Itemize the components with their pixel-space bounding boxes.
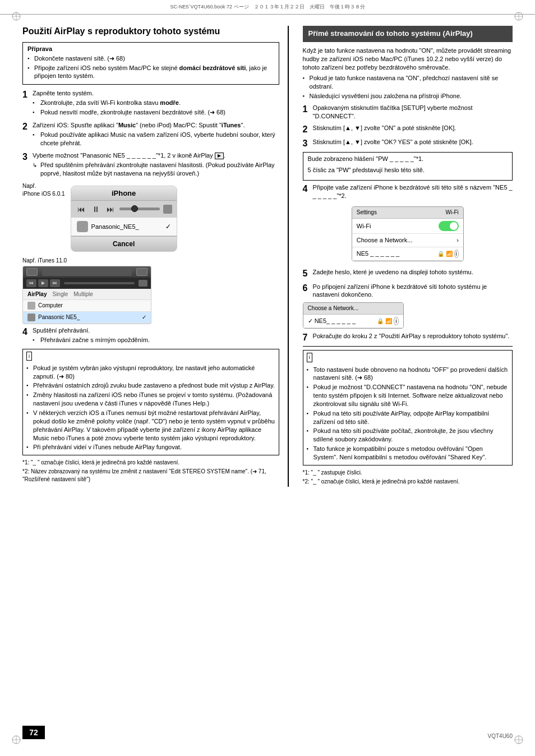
itunes-tb-2 — [136, 268, 147, 276]
step2-num: 2 — [22, 121, 33, 149]
right-step3-body: Stisknutím [▲, ▼] zvolte "OK? YES" a pot… — [313, 138, 513, 149]
itunes-computer-row: Computer — [23, 300, 151, 312]
right-step3-text: Stisknutím [▲, ▼] zvolte "OK? YES" a pot… — [313, 138, 513, 146]
itunes-airplay-row: AirPlay Single Multiple — [23, 289, 151, 300]
step4-text: Spuštění přehrávání. — [33, 326, 279, 335]
pw-message: Bude zobrazeno hlášení "PW _ _ _ _ _"*1. — [308, 155, 508, 163]
step1-text: Zapněte tento systém. — [33, 89, 279, 98]
preparation-list: Dokončete nastavení sítě. (➜ 68) Připojt… — [27, 54, 274, 81]
itunes-prev: ⏮ — [26, 279, 36, 287]
right-step1-body: Opakovaným stisknutím tlačítka [SETUP] v… — [313, 104, 513, 121]
wifi-choose-row: Choose a Network... › — [352, 234, 463, 247]
page-number: 72 — [22, 726, 45, 739]
right-fn2: *2: "_ " označuje číslici, která je jedi… — [303, 478, 513, 486]
right-note-icon: i — [307, 353, 312, 362]
rnote-4: Pokud na této síti používáte počítač, zk… — [307, 427, 509, 444]
step3-wrapper: 3 Vyberte možnost "Panasonic NE5 _ _ _ _… — [22, 151, 279, 179]
wifi-box-2: Choose a Network... ✓ NE5_ _ _ _ _ _ 🔒 📶… — [303, 302, 404, 329]
step4-body: Spuštění přehrávání. Přehrávání začne s … — [33, 326, 279, 345]
step1-b2: Pokud nesvítí modře, zkontrolujte nastav… — [33, 108, 279, 117]
itunes-label: Např. iTunes 11.0 — [22, 257, 279, 264]
right-intro-bullets: Pokud je tato funkce nastavena na "ON", … — [303, 74, 513, 100]
wifi-signal-icon: 📶 — [446, 250, 453, 258]
step3-body: Vyberte možnost "Panasonic NE5 _ _ _ _ _… — [33, 151, 279, 179]
itunes-computer-icon — [27, 302, 35, 310]
right-column: Přímé streamování do tohoto systému (Air… — [300, 26, 513, 487]
prep-item-1: Dokončete nastavení sítě. (➜ 68) — [27, 54, 274, 63]
wifi-box-1: Settings Wi-Fi Wi-Fi Choose a Network...… — [352, 206, 464, 261]
corner-mark-tl — [11, 11, 21, 21]
iphone-player: ⏮ ⏸ ⏭ — [71, 201, 177, 218]
step2-body: Zařízení iOS: Spusťte aplikaci "Music" (… — [33, 121, 279, 149]
right-step5-wrapper: 5 Zadejte heslo, které je uvedeno na dis… — [303, 268, 513, 279]
iphone-cancel-btn: Cancel — [71, 236, 177, 251]
right-step7-text: Pokračujte do kroku 2 z "Použití AirPlay… — [313, 332, 513, 340]
itunes-prog — [64, 282, 135, 284]
step1-bullets: Zkontrolujte, zda svítí Wi-Fi kontrolka … — [33, 99, 279, 117]
right-note-list: Toto nastavení bude obnoveno na hodnotu … — [307, 366, 509, 462]
itunes-transport: ⏮ ▶ ⏭ — [23, 278, 151, 289]
header-bar: SC-NE5`VQT4U60.book 72 ページ ２０１３年１月２２日 火曜… — [0, 0, 535, 15]
left-title: Použití AirPlay s reproduktory tohoto sy… — [22, 26, 279, 38]
right-step5-text: Zadejte heslo, které je uvedeno na displ… — [313, 268, 513, 276]
right-step4-wrapper: 4 Připojte vaše zařízení iPhone k bezdrá… — [303, 183, 513, 200]
right-step7-body: Pokračujte do kroku 2 z "Použití AirPlay… — [313, 332, 513, 343]
right-step6-body: Po připojení zařízení iPhone k bezdrátov… — [313, 283, 513, 299]
left-column: Použití AirPlay s reproduktory tohoto sy… — [22, 26, 289, 487]
right-step7-wrapper: 7 Pokračujte do kroku 2 z "Použití AirPl… — [303, 332, 513, 343]
right-step5-body: Zadejte heslo, které je uvedeno na displ… — [313, 268, 513, 279]
right-step2-text: Stisknutím [▲, ▼] zvolte "ON" a poté sti… — [313, 124, 513, 132]
wifi1-wrapper: Settings Wi-Fi Wi-Fi Choose a Network...… — [303, 203, 513, 265]
right-step6-num: 6 — [303, 283, 313, 299]
corner-mark-bl — [11, 735, 21, 745]
iphone-check: ✓ — [165, 223, 171, 231]
wifi2-lock-icon: 🔒 — [377, 317, 384, 325]
itunes-ne5-icon — [27, 314, 35, 321]
iphone-menu-item-1: Panasonic_NE5_ ✓ — [71, 218, 177, 236]
step2-bullets: Pokud používáte aplikaci Music na vašem … — [33, 131, 279, 147]
rnote-2: Pokud je možnost "D.CONNECT" nastavena n… — [307, 383, 509, 408]
step2-text: Zařízení iOS: Spusťte aplikaci "Music" (… — [33, 121, 279, 130]
corner-mark-br — [514, 735, 524, 745]
pw-box: Bude zobrazeno hlášení "PW _ _ _ _ _"*1.… — [303, 152, 513, 181]
page: SC-NE5`VQT4U60.book 72 ページ ２０１３年１月２２日 火曜… — [0, 0, 535, 756]
iphone-screenshot: iPhone ⏮ ⏸ ⏭ Panaso — [71, 186, 177, 252]
iphone-area: Např. iPhone iOS 6.0.1 iPhone ⏮ ⏸ ⏭ — [22, 182, 279, 255]
wifi-header: Settings Wi-Fi — [352, 207, 463, 219]
right-step7-num: 7 — [303, 332, 313, 343]
prep-item-2: Připojte zařízení iOS nebo systém Mac/PC… — [27, 64, 274, 81]
preparation-box: Příprava Dokončete nastavení sítě. (➜ 68… — [22, 42, 279, 85]
right-heading: Přímé streamování do tohoto systému (Air… — [303, 26, 513, 42]
progress-bar — [119, 208, 160, 210]
step3-bullets: Před spuštěním přehrávání zkontrolujte n… — [33, 161, 279, 178]
right-b2: Následující vysvětlení jsou založena na … — [303, 92, 513, 100]
right-step6-wrapper: 6 Po připojení zařízení iPhone k bezdrát… — [303, 283, 513, 299]
note-icon-wrapper: i — [26, 352, 275, 362]
right-step1-wrapper: 1 Opakovaným stisknutím tlačítka [SETUP]… — [303, 104, 513, 121]
wifi2-icon-set: 🔒 📶 i — [377, 317, 398, 326]
right-note-box: i Toto nastavení bude obnoveno na hodnot… — [303, 350, 513, 465]
iphone-label-text: Např. iPhone iOS 6.0.1 — [22, 182, 65, 198]
step3-num: 3 — [22, 151, 33, 179]
wifi2-header: Choose a Network... — [303, 303, 403, 315]
wifi-lock-icon: 🔒 — [437, 250, 444, 258]
right-step2-wrapper: 2 Stisknutím [▲, ▼] zvolte "ON" a poté s… — [303, 124, 513, 135]
airplay-icon — [163, 205, 172, 214]
main-content: Použití AirPlay s reproduktory tohoto sy… — [0, 15, 535, 498]
step3-b1: Před spuštěním přehrávání zkontrolujte n… — [33, 161, 279, 178]
note-4: V některých verzích iOS a iTunes nemusí … — [26, 409, 275, 442]
note-2: Přehrávání ostatních zdrojů zvuku bude z… — [26, 381, 275, 390]
rnote-3: Pokud na této síti používáte AirPlay, od… — [307, 409, 509, 426]
itunes-progress-bar — [42, 268, 132, 276]
footer-code: VQT4U60 — [488, 733, 513, 739]
wifi2-info-icon: i — [394, 317, 398, 326]
right-step2-body: Stisknutím [▲, ▼] zvolte "ON" a poté sti… — [313, 124, 513, 135]
step4-b1: Přehrávání začne s mírným opožděním. — [33, 336, 279, 344]
itunes-check: ✓ — [142, 314, 146, 320]
left-fn1: *1: "_ " označuje číslici, která je jedi… — [22, 459, 279, 467]
itunes-ne5-row: Panasonic NE5_ ✓ — [23, 312, 151, 324]
itunes-tb-1 — [26, 268, 38, 276]
right-b1: Pokud je tato funkce nastavena na "ON", … — [303, 74, 513, 91]
right-footnotes: *1: "_ " zastupuje číslici. *2: "_ " ozn… — [303, 469, 513, 486]
right-step3-wrapper: 3 Stisknutím [▲, ▼] zvolte "OK? YES" a p… — [303, 138, 513, 149]
